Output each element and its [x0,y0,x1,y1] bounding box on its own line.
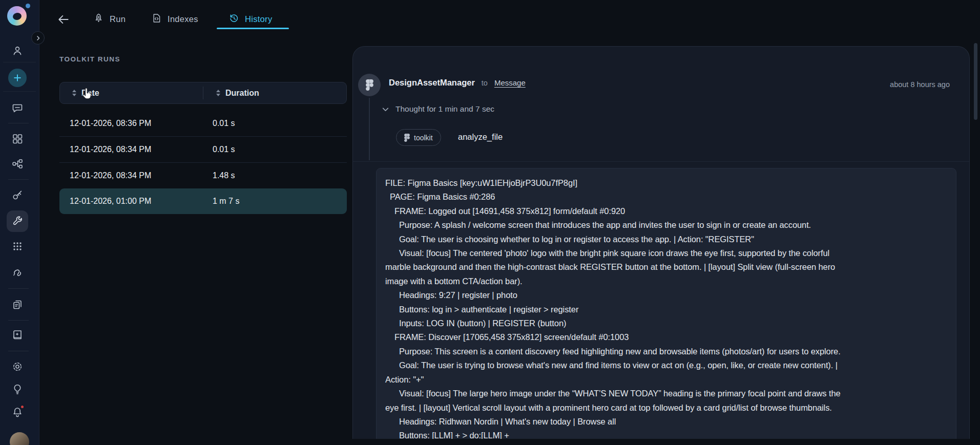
column-duration-label: Duration [225,89,259,98]
table-row[interactable]: 12-01-2026, 08:36 PM 0.01 s [59,111,347,136]
sidebar-collapse-button[interactable] [31,31,45,45]
key-icon[interactable] [11,189,24,201]
divider [8,351,29,351]
rocket-icon [93,13,104,26]
run-detail-panel: DesignAssetManager to Message about 8 ho… [352,46,970,439]
toolkit-chip-label: toolkit [414,134,433,142]
history-clock-icon [228,13,239,26]
column-header-duration[interactable]: Duration [203,89,259,98]
app-logo-icon[interactable] [7,6,27,26]
thread-connector [369,98,370,160]
divider [3,91,36,92]
active-tab-underline [217,28,289,29]
table-header: Date Duration [59,82,347,104]
column-date-label: Date [81,89,99,98]
wrench-icon-active[interactable] [7,210,28,232]
tab-run[interactable]: Run [93,10,126,28]
sort-icon[interactable] [72,90,76,96]
sort-icon[interactable] [216,90,220,96]
table-row[interactable]: 12-01-2026, 08:34 PM 0.01 s [59,137,347,162]
tool-name: analyze_file [458,132,503,142]
run-duration: 0.01 s [213,145,235,154]
index-file-icon [151,13,162,26]
table-row-selected[interactable]: 12-01-2026, 01:00 PM 1 m 7 s [59,188,347,214]
table-row[interactable]: 12-01-2026, 08:34 PM 1.48 s [59,163,347,188]
dots-grid-icon[interactable] [11,240,24,252]
figma-avatar [358,74,381,96]
toolkit-chip[interactable]: toolkit [396,129,441,146]
run-duration: 0.01 s [213,119,235,128]
user-icon[interactable] [11,45,24,57]
divider [353,161,969,162]
run-duration: 1 m 7 s [213,197,239,206]
settings-gear-icon[interactable] [11,361,24,373]
divider [3,62,36,62]
documents-icon[interactable] [11,299,24,311]
chevron-down-icon [382,105,389,113]
toolkit-runs-title: TOOLKIT RUNS [59,55,120,63]
status-dot [26,4,30,8]
coil-icon[interactable] [11,266,24,278]
thought-label: Thought for 1 min and 7 sec [395,104,494,114]
run-duration: 1.48 s [213,171,235,180]
knowledge-book-icon[interactable] [11,329,24,341]
timestamp: about 8 hours ago [890,80,950,89]
thought-toggle[interactable]: Thought for 1 min and 7 sec [382,104,494,114]
divider [8,123,29,123]
tab-run-label: Run [110,14,126,24]
run-date: 12-01-2026, 08:34 PM [59,171,213,180]
tab-history-label: History [245,14,272,24]
run-date: 12-01-2026, 08:34 PM [59,145,213,154]
back-button[interactable] [57,13,70,26]
add-new-button[interactable] [8,69,27,87]
chat-icon[interactable] [11,102,24,114]
divider [8,320,29,321]
column-header-date[interactable]: Date [60,89,203,98]
to-label: to [482,79,488,87]
divider [8,288,29,289]
tab-history[interactable]: History [228,10,272,28]
tool-output-text: FILE: Figma Basics [key:uW1IEHjoBjrP3U0u… [385,176,947,439]
run-date: 12-01-2026, 08:36 PM [59,119,213,128]
notification-badge [20,405,25,409]
workflow-icon[interactable] [11,158,24,170]
tab-indexes-label: Indexes [168,14,198,24]
lightbulb-icon[interactable] [11,383,24,395]
sidebar [0,0,39,445]
apps-grid-icon[interactable] [11,133,24,145]
agent-name: DesignAssetManager [389,78,475,88]
divider [8,179,29,180]
tab-indexes[interactable]: Indexes [151,10,198,28]
figma-icon [404,134,410,142]
message-link[interactable]: Message [494,78,526,87]
notifications-bell-icon[interactable] [11,406,24,418]
divider [203,87,203,99]
tool-output-block: FILE: Figma Basics [key:uW1IEHjoBjrP3U0u… [376,168,956,439]
scrollbar-thumb[interactable] [974,43,977,120]
run-date: 12-01-2026, 01:00 PM [59,197,213,206]
profile-avatar[interactable] [10,432,29,445]
